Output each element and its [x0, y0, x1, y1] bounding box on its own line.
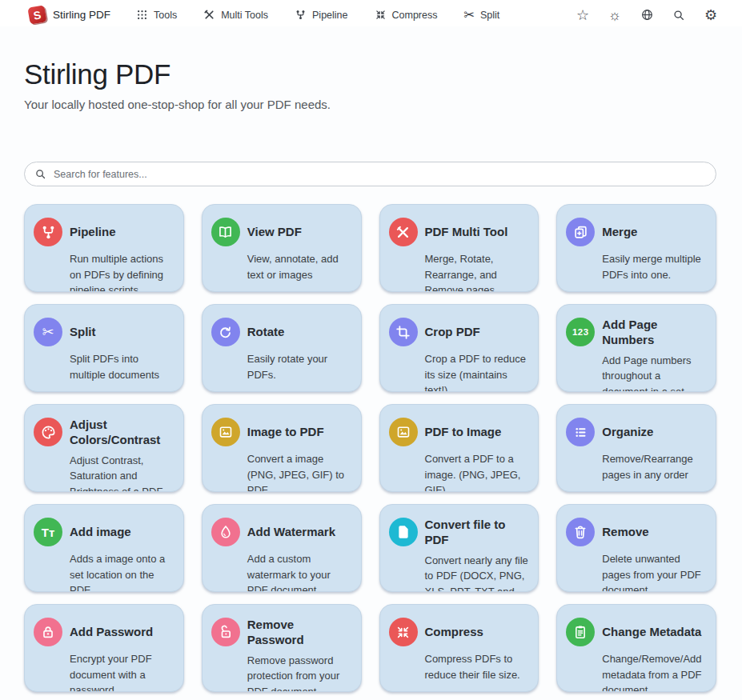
tool-card-change-metadata[interactable]: Change Metadata Change/Remove/Add metada…	[556, 604, 716, 692]
tool-card-image-to-pdf[interactable]: Image to PDF Convert a image (PNG, JPEG,…	[202, 404, 362, 492]
page-title: Stirling PDF	[24, 58, 718, 90]
card-title: Change Metadata	[602, 625, 706, 640]
search-icon[interactable]	[672, 8, 686, 22]
top-navbar: S Stirling PDF Tools Multi Tools Pipelin…	[0, 0, 742, 26]
feature-search-input[interactable]	[54, 169, 706, 180]
nav-item-tools[interactable]: Tools	[136, 9, 177, 21]
lock-icon	[34, 618, 62, 646]
card-description: Crop a PDF to reduce its size (maintains…	[425, 351, 529, 392]
language-globe-icon[interactable]	[640, 8, 654, 22]
tool-card-convert-file-to-pdf[interactable]: Convert file to PDF Convert nearly any f…	[379, 504, 539, 592]
nav-label: Multi Tools	[221, 10, 268, 21]
tool-card-add-page-numbers[interactable]: 123 Add Page Numbers Add Page numbers th…	[556, 304, 716, 392]
tool-card-merge[interactable]: Merge Easily merge multiple PDFs into on…	[556, 204, 716, 292]
tool-card-view-pdf[interactable]: View PDF View, annotate, add text or ima…	[202, 204, 362, 292]
card-title: Remove	[602, 525, 706, 540]
theme-toggle-sun-icon[interactable]: ☼	[608, 8, 622, 22]
card-description: Convert a PDF to a image. (PNG, JPEG, GI…	[425, 451, 529, 492]
scissors-icon: ✂	[34, 318, 62, 346]
card-title: Merge	[602, 225, 706, 240]
page-subtitle: Your locally hosted one-stop-shop for al…	[24, 98, 718, 111]
clipboard-icon	[566, 618, 595, 646]
nav-label: Pipeline	[312, 10, 347, 21]
card-description: Split PDFs into multiple documents	[70, 351, 174, 382]
tool-card-add-watermark[interactable]: Add Watermark Add a custom watermark to …	[202, 504, 362, 592]
card-description: Convert a image (PNG, JPEG, GIF) to PDF.	[247, 451, 351, 492]
merge-icon	[566, 218, 595, 246]
card-title: PDF to Image	[425, 425, 529, 440]
search-icon	[34, 168, 46, 180]
tool-card-pdf-multi-tool[interactable]: PDF Multi Tool Merge, Rotate, Rearrange,…	[379, 204, 539, 292]
nav-item-pipeline[interactable]: Pipeline	[295, 9, 347, 21]
tools-icon	[203, 9, 215, 21]
card-description: View, annotate, add text or images	[247, 251, 351, 282]
tool-card-add-image[interactable]: Tᴛ Add image Adds a image onto a set loc…	[24, 504, 184, 592]
card-description: Adjust Contrast, Saturation and Brightne…	[70, 453, 174, 493]
settings-gear-icon[interactable]: ⚙	[704, 8, 718, 22]
card-description: Encrypt your PDF document with a passwor…	[70, 651, 174, 692]
palette-icon	[34, 418, 62, 446]
brand[interactable]: S Stirling PDF	[29, 6, 110, 23]
page-numbers-icon: 123	[566, 318, 595, 346]
tool-card-crop-pdf[interactable]: Crop PDF Crop a PDF to reduce its size (…	[379, 304, 539, 392]
card-title: Organize	[602, 425, 706, 440]
card-title: Add Watermark	[247, 525, 351, 540]
card-description: Remove/Rearrange pages in any order	[602, 451, 706, 482]
card-description: Add Page numbers throughout a document i…	[602, 353, 706, 393]
image-icon	[389, 418, 418, 446]
card-description: Add a custom watermark to your PDF docum…	[247, 551, 351, 592]
card-title: Rotate	[247, 325, 351, 340]
text-size-icon: Tᴛ	[34, 518, 62, 546]
tool-card-remove-password[interactable]: Remove Password Remove password protecti…	[202, 604, 362, 692]
nav-label: Split	[480, 10, 499, 21]
nav-item-compress[interactable]: Compress	[375, 9, 438, 21]
tool-card-pdf-to-image[interactable]: PDF to Image Convert a PDF to a image. (…	[379, 404, 539, 492]
rotate-icon	[211, 318, 240, 346]
header-actions: ☆ ☼ ⚙	[576, 8, 718, 22]
brand-name: Stirling PDF	[53, 9, 110, 21]
tool-card-remove[interactable]: Remove Delete unwanted pages from your P…	[556, 504, 716, 592]
main-nav: Tools Multi Tools Pipeline Compress ✂ Sp…	[136, 9, 499, 22]
tools-icon	[389, 218, 418, 246]
card-description: Convert nearly any file to PDF (DOCX, PN…	[425, 553, 529, 593]
image-icon	[211, 418, 240, 446]
file-icon	[389, 518, 418, 546]
list-icon	[566, 418, 595, 446]
tool-card-compress[interactable]: Compress Compress PDFs to reduce their f…	[379, 604, 539, 692]
nav-item-multi-tools[interactable]: Multi Tools	[203, 9, 268, 21]
compress-icon	[375, 9, 387, 21]
card-title: Convert file to PDF	[425, 518, 529, 548]
card-description: Change/Remove/Add metadata from a PDF do…	[602, 651, 706, 692]
tool-card-add-password[interactable]: Add Password Encrypt your PDF document w…	[24, 604, 184, 692]
card-description: Easily merge multiple PDFs into one.	[602, 251, 706, 282]
pipeline-icon	[295, 9, 307, 21]
stirling-logo-icon: S	[27, 5, 46, 24]
card-title: Split	[70, 325, 174, 340]
unlock-icon	[211, 618, 240, 646]
card-description: Compress PDFs to reduce their file size.	[425, 651, 529, 682]
tool-card-grid: Pipeline Run multiple actions on PDFs by…	[24, 204, 716, 692]
card-title: Pipeline	[70, 225, 174, 240]
feature-search-bar[interactable]	[24, 162, 716, 186]
card-title: Add image	[70, 525, 174, 540]
scissors-icon: ✂	[463, 9, 474, 22]
tool-card-rotate[interactable]: Rotate Easily rotate your PDFs.	[202, 304, 362, 392]
compress-icon	[389, 618, 418, 646]
card-title: PDF Multi Tool	[425, 225, 529, 240]
favourite-star-icon[interactable]: ☆	[576, 8, 590, 22]
grid-icon	[136, 9, 148, 21]
card-title: Image to PDF	[247, 425, 351, 440]
droplet-icon	[211, 518, 240, 546]
card-title: Add Page Numbers	[602, 318, 706, 348]
card-title: Crop PDF	[425, 325, 529, 340]
card-description: Easily rotate your PDFs.	[247, 351, 351, 382]
nav-label: Tools	[154, 10, 177, 21]
card-description: Remove password protection from your PDF…	[247, 653, 351, 693]
book-icon	[211, 218, 240, 246]
tool-card-pipeline[interactable]: Pipeline Run multiple actions on PDFs by…	[24, 204, 184, 292]
nav-item-split[interactable]: ✂ Split	[463, 9, 499, 22]
tool-card-adjust-colors-contrast[interactable]: Adjust Colors/Contrast Adjust Contrast, …	[24, 404, 184, 492]
card-title: Remove Password	[247, 618, 351, 648]
tool-card-split[interactable]: ✂ Split Split PDFs into multiple documen…	[24, 304, 184, 392]
tool-card-organize[interactable]: Organize Remove/Rearrange pages in any o…	[556, 404, 716, 492]
